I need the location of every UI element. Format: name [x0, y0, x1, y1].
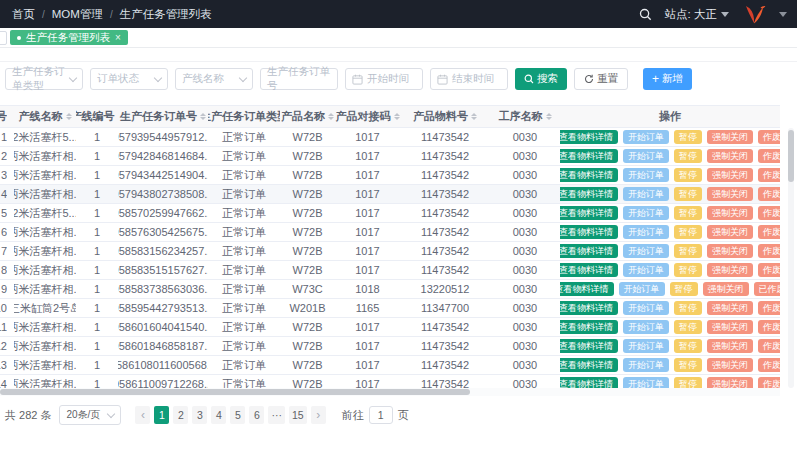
pause-button[interactable]: 暂停 — [674, 377, 702, 388]
sort-icon[interactable] — [546, 113, 552, 120]
pause-button[interactable]: 暂停 — [674, 339, 702, 353]
chevron-down-icon[interactable] — [779, 12, 787, 17]
end-time-picker[interactable]: 结束时间 — [430, 68, 508, 90]
view-material-button[interactable]: 查看物料详情 — [560, 301, 618, 315]
view-material-button[interactable]: 查看物料详情 — [560, 282, 614, 296]
view-material-button[interactable]: 查看物料详情 — [560, 149, 618, 163]
header-process-name[interactable]: 工序名称 — [490, 106, 560, 127]
pause-button[interactable]: 暂停 — [674, 320, 702, 334]
start-order-button[interactable]: 开始订单 — [623, 168, 669, 182]
pager-page-15[interactable]: 15 — [289, 406, 307, 424]
breadcrumb-home[interactable]: 首页 — [12, 7, 35, 22]
view-material-button[interactable]: 查看物料详情 — [560, 339, 618, 353]
header-material-no[interactable]: 产品物料号 — [400, 106, 490, 127]
vertical-scrollbar-thumb[interactable] — [788, 130, 794, 182]
pause-button[interactable]: 暂停 — [674, 301, 702, 315]
phoenix-logo[interactable] — [742, 5, 766, 24]
view-material-button[interactable]: 查看物料详情 — [560, 244, 618, 258]
force-close-button[interactable]: 强制关闭 — [707, 339, 753, 353]
reset-button[interactable]: 重置 — [574, 68, 628, 90]
horizontal-scrollbar[interactable] — [0, 388, 780, 396]
header-index[interactable]: 序号 — [0, 106, 14, 127]
header-order-no[interactable]: 生产任务订单号 — [118, 106, 208, 127]
start-order-button[interactable]: 开始订单 — [623, 187, 669, 201]
start-order-button[interactable]: 开始订单 — [623, 130, 669, 144]
pause-button[interactable]: 暂停 — [674, 263, 702, 277]
void-button[interactable]: 已作废 — [754, 282, 781, 296]
tab-stub[interactable] — [0, 31, 7, 45]
vertical-scrollbar[interactable] — [788, 128, 794, 388]
sort-icon[interactable] — [394, 113, 400, 120]
start-order-button[interactable]: 开始订单 — [623, 263, 669, 277]
void-button[interactable]: 作废 — [758, 130, 780, 144]
breadcrumb-mom[interactable]: MOM管理 — [52, 7, 103, 22]
header-line-name[interactable]: 产线名称 — [14, 106, 76, 127]
void-button[interactable]: 作废 — [758, 225, 780, 239]
force-close-button[interactable]: 强制关闭 — [707, 187, 753, 201]
pager-page-4[interactable]: 4 — [211, 406, 226, 424]
start-order-button[interactable]: 开始订单 — [619, 282, 665, 296]
void-button[interactable]: 作废 — [758, 301, 780, 315]
void-button[interactable]: 作废 — [758, 187, 780, 201]
pager-next-button[interactable]: › — [311, 406, 326, 424]
start-order-button[interactable]: 开始订单 — [623, 206, 669, 220]
view-material-button[interactable]: 查看物料详情 — [560, 206, 618, 220]
view-material-button[interactable]: 查看物料详情 — [560, 130, 618, 144]
void-button[interactable]: 作废 — [758, 377, 780, 388]
pager-page-6[interactable]: 6 — [249, 406, 264, 424]
search-button[interactable]: 搜索 — [515, 68, 567, 90]
start-order-button[interactable]: 开始订单 — [623, 225, 669, 239]
pause-button[interactable]: 暂停 — [674, 149, 702, 163]
force-close-button[interactable]: 强制关闭 — [703, 282, 749, 296]
view-material-button[interactable]: 查看物料详情 — [560, 377, 618, 388]
force-close-button[interactable]: 强制关闭 — [707, 168, 753, 182]
force-close-button[interactable]: 强制关闭 — [707, 358, 753, 372]
force-close-button[interactable]: 强制关闭 — [707, 377, 753, 388]
void-button[interactable]: 作废 — [758, 168, 780, 182]
void-button[interactable]: 作废 — [758, 339, 780, 353]
start-order-button[interactable]: 开始订单 — [623, 377, 669, 388]
add-button[interactable]: + 新增 — [643, 68, 692, 90]
active-page-tag[interactable]: 生产任务管理列表 × — [10, 30, 128, 45]
sort-icon[interactable] — [471, 113, 477, 120]
force-close-button[interactable]: 强制关闭 — [707, 206, 753, 220]
pause-button[interactable]: 暂停 — [674, 225, 702, 239]
pause-button[interactable]: 暂停 — [674, 187, 702, 201]
void-button[interactable]: 作废 — [758, 206, 780, 220]
close-icon[interactable]: × — [115, 33, 121, 43]
order-status-select[interactable]: 订单状态 — [90, 68, 168, 90]
view-material-button[interactable]: 查看物料详情 — [560, 187, 618, 201]
start-order-button[interactable]: 开始订单 — [623, 244, 669, 258]
force-close-button[interactable]: 强制关闭 — [707, 301, 753, 315]
page-size-select[interactable]: 20条/页 — [59, 405, 121, 425]
force-close-button[interactable]: 强制关闭 — [707, 225, 753, 239]
pager-page-1[interactable]: 1 — [154, 406, 169, 424]
start-order-button[interactable]: 开始订单 — [623, 358, 669, 372]
pager-page-2[interactable]: 2 — [173, 406, 188, 424]
pause-button[interactable]: 暂停 — [674, 168, 702, 182]
force-close-button[interactable]: 强制关闭 — [707, 149, 753, 163]
force-close-button[interactable]: 强制关闭 — [707, 320, 753, 334]
void-button[interactable]: 作废 — [758, 263, 780, 277]
sort-icon[interactable] — [66, 113, 72, 120]
pause-button[interactable]: 暂停 — [674, 130, 702, 144]
search-icon[interactable] — [639, 8, 652, 21]
goto-page-input[interactable] — [369, 406, 393, 424]
site-selector[interactable]: 站点: 大正 — [665, 7, 729, 22]
order-type-select[interactable]: 生产任务订单类型 — [5, 68, 83, 90]
sort-icon[interactable] — [200, 113, 206, 120]
header-product-name[interactable]: 产品名称 — [280, 106, 335, 127]
void-button[interactable]: 作废 — [758, 149, 780, 163]
view-material-button[interactable]: 查看物料详情 — [560, 168, 618, 182]
pause-button[interactable]: 暂停 — [674, 358, 702, 372]
start-order-button[interactable]: 开始订单 — [623, 339, 669, 353]
order-no-input[interactable]: 生产任务订单号 — [260, 68, 338, 90]
void-button[interactable]: 作废 — [758, 244, 780, 258]
view-material-button[interactable]: 查看物料详情 — [560, 225, 618, 239]
header-dock-code[interactable]: 产品对接码 — [335, 106, 400, 127]
pause-button[interactable]: 暂停 — [674, 206, 702, 220]
pause-button[interactable]: 暂停 — [674, 244, 702, 258]
header-line-no[interactable]: 产线编号 — [76, 106, 118, 127]
start-time-picker[interactable]: 开始时间 — [345, 68, 423, 90]
pager-page-3[interactable]: 3 — [192, 406, 207, 424]
